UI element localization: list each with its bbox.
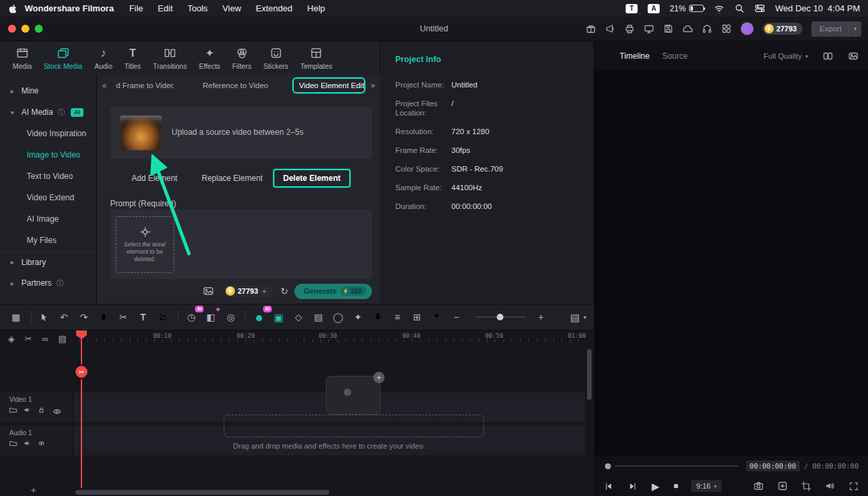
zoom-window-button[interactable] [35, 25, 43, 33]
battery-status[interactable]: 21% [670, 4, 704, 13]
marker-icon[interactable] [429, 309, 445, 325]
promotion-megaphone-icon[interactable] [605, 23, 616, 34]
export-caret-icon[interactable]: ▾ [849, 25, 861, 32]
timeline-ruler[interactable]: 00:10 00:20 00:30 00:40 00:50 01:00 [73, 330, 585, 342]
delete-icon[interactable] [95, 309, 112, 325]
aspect-ratio-dropdown[interactable]: 9:16 ▾ [691, 480, 722, 492]
ai-portrait-icon[interactable]: ☻AI [251, 309, 267, 325]
tab-media[interactable]: Media [7, 47, 38, 70]
menubar-t-icon[interactable]: T [626, 4, 638, 13]
sidebar-item-ai-media[interactable]: ▾ AI Media ⓘ AI [0, 101, 96, 123]
folder-icon[interactable] [9, 439, 17, 447]
background-image-icon[interactable] [848, 51, 859, 61]
folder-icon[interactable] [9, 406, 17, 414]
support-headset-icon[interactable] [702, 23, 712, 34]
source-video-thumbnail[interactable] [120, 115, 162, 150]
apple-menu-icon[interactable] [8, 3, 18, 14]
control-center-icon[interactable] [754, 3, 765, 13]
menu-edit[interactable]: Edit [158, 3, 172, 13]
playhead-line[interactable] [81, 330, 82, 488]
info-icon[interactable]: ⓘ [57, 107, 65, 117]
keyframe-settings-icon[interactable]: ◈ [8, 334, 15, 343]
next-frame-icon[interactable] [628, 481, 638, 491]
save-project-icon[interactable] [663, 23, 674, 34]
volume-icon[interactable] [825, 481, 835, 491]
search-icon[interactable] [734, 3, 744, 13]
scroll-tabs-left-icon[interactable]: « [97, 81, 112, 90]
sidebar-item-my-files[interactable]: My Files [0, 230, 96, 251]
stop-button[interactable]: ■ [674, 482, 678, 490]
timeline-vertical-scrollbar[interactable] [587, 349, 592, 400]
menu-extended[interactable]: Extended [256, 3, 292, 13]
add-element-button[interactable]: Add Element [132, 174, 178, 183]
sidebar-item-text-to-video[interactable]: Text to Video [0, 166, 96, 187]
track-manager-dropdown[interactable]: ▤ ▾ [570, 312, 586, 322]
render-button-icon[interactable]: ▤ [58, 334, 66, 343]
auto-ripple-icon[interactable]: ∞ [42, 334, 48, 343]
split-icon[interactable]: ✂ [116, 309, 132, 325]
seek-handle[interactable] [605, 463, 611, 469]
zoom-slider[interactable] [475, 316, 527, 318]
cloud-sync-icon[interactable] [682, 23, 693, 34]
menu-tools[interactable]: Tools [188, 3, 208, 13]
sidebar-item-partners[interactable]: ▸ Partners ⓘ [0, 272, 96, 294]
sidebar-item-video-extend[interactable]: Video Extend [0, 187, 96, 208]
refresh-icon[interactable]: ↻ [280, 286, 288, 296]
sidebar-item-image-to-video[interactable]: Image to Video [0, 144, 96, 166]
sidebar-item-video-inspiration[interactable]: Video Inspiration [0, 123, 96, 144]
upload-source-card[interactable]: Upload a source video between 2–5s [110, 107, 372, 159]
record-voiceover-icon[interactable] [370, 309, 386, 325]
playback-quality-dropdown[interactable]: Full Quality ▾ [763, 52, 808, 60]
pip-icon[interactable]: ⊞ [409, 309, 425, 325]
wifi-icon[interactable] [714, 4, 724, 13]
crop-icon[interactable] [155, 309, 171, 325]
export-button[interactable]: Export ▾ [811, 21, 861, 37]
mute-track-icon[interactable] [23, 406, 31, 414]
lock-track-icon[interactable] [37, 406, 45, 414]
quick-split-icon[interactable]: ✂ [25, 334, 32, 343]
render-preview-icon[interactable]: ▤ [310, 309, 327, 325]
chroma-key-icon[interactable]: ◯ [331, 309, 347, 325]
speed-ramp-icon[interactable]: ◷AI [184, 309, 200, 325]
printer-icon[interactable] [624, 23, 635, 34]
redo-icon[interactable]: ↷ [76, 309, 92, 325]
previous-frame-icon[interactable] [604, 481, 614, 491]
media-placeholder[interactable]: + [326, 376, 381, 415]
delete-element-button[interactable]: Delete Element [273, 169, 351, 188]
tab-stock-media[interactable]: Stock Media [38, 47, 89, 70]
app-menu-name[interactable]: Wondershare Filmora [25, 3, 114, 13]
prompt-area[interactable]: Select the area/ element to be deleted. [110, 210, 372, 279]
panel-coin-pill[interactable]: 27793 + [224, 285, 272, 297]
tab-transitions[interactable]: Transitions [147, 47, 193, 70]
replace-element-button[interactable]: Replace Element [202, 174, 262, 183]
hide-track-eye-icon[interactable] [53, 407, 61, 416]
tab-end-frame-to-video[interactable]: d Frame to Video [116, 81, 174, 89]
menubar-clock[interactable]: Wed Dec 10 4:04 PM [775, 3, 860, 13]
tab-titles[interactable]: T Titles [118, 47, 147, 70]
minimize-window-button[interactable] [21, 25, 29, 33]
coin-balance-pill[interactable]: 27793 [763, 23, 803, 35]
close-window-button[interactable] [8, 25, 16, 33]
tab-timeline-preview[interactable]: Timeline [620, 51, 650, 61]
tab-audio[interactable]: ♪ Audio [88, 47, 118, 70]
menu-file[interactable]: File [129, 3, 143, 13]
menu-help[interactable]: Help [307, 3, 325, 13]
mask-icon[interactable]: ◧ [203, 309, 219, 325]
info-icon[interactable]: ⓘ [56, 278, 63, 288]
sidebar-item-ai-image[interactable]: AI Image [0, 208, 96, 230]
fullscreen-icon[interactable] [849, 481, 859, 491]
mute-track-icon[interactable] [23, 439, 31, 447]
timeline-horizontal-scrollbar[interactable] [75, 490, 329, 495]
tab-effects[interactable]: ✦ Effects [193, 47, 226, 70]
snapshot-icon[interactable] [753, 481, 764, 491]
zoom-in-icon[interactable]: + [533, 309, 549, 325]
add-image-icon[interactable] [202, 286, 214, 296]
tab-templates[interactable]: Templates [294, 47, 339, 70]
playhead-split-badge[interactable]: ✂ [74, 364, 89, 379]
seek-track[interactable] [615, 465, 738, 467]
user-avatar[interactable] [740, 22, 754, 35]
play-button[interactable]: ▶ [652, 481, 660, 491]
zoom-slider-handle[interactable] [497, 314, 503, 320]
effects-plugin-icon[interactable]: ✦ [350, 309, 366, 325]
sidebar-item-library[interactable]: ▸ Library [0, 251, 96, 272]
